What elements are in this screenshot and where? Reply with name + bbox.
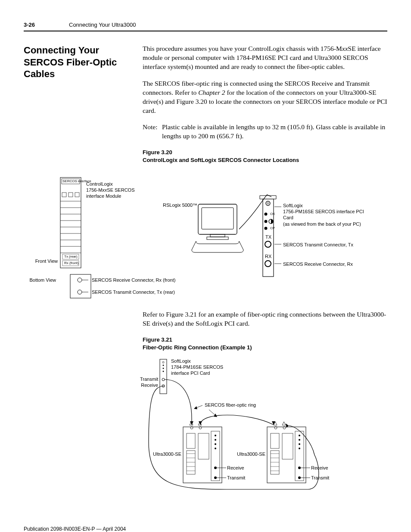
front-view-label: Front View bbox=[32, 258, 58, 264]
controllogix-label: ControlLogix 1756-MxxSE SERCOS interface… bbox=[86, 181, 134, 199]
svg-point-42 bbox=[162, 378, 165, 381]
svg-rect-23 bbox=[210, 234, 225, 237]
ok-label: OK bbox=[270, 212, 275, 216]
svg-rect-57 bbox=[211, 431, 220, 481]
p1b: xx bbox=[342, 45, 348, 52]
sl321-b: 1784-PM16SE SERCOS bbox=[171, 364, 223, 370]
sl-c: (as viewed from the back of your PC) bbox=[283, 221, 361, 227]
sl-b: 1756-PM16SE SERCOS interface PCI Card bbox=[283, 209, 364, 220]
svg-point-26 bbox=[266, 201, 270, 205]
svg-point-31 bbox=[265, 227, 268, 230]
svg-rect-76 bbox=[282, 433, 293, 459]
svg-point-58 bbox=[215, 435, 216, 436]
svg-marker-51 bbox=[214, 414, 217, 417]
chapter-title: Connecting Your Ultra3000 bbox=[69, 22, 136, 28]
tx-rear: Tx (rear) bbox=[64, 255, 78, 258]
svg-point-41 bbox=[163, 370, 164, 372]
svg-point-80 bbox=[299, 443, 300, 445]
sl321-a: SoftLogix bbox=[171, 358, 191, 364]
p2b: Chapter 2 bbox=[198, 89, 225, 96]
fig320-num: Figure 3.20 bbox=[143, 149, 172, 156]
figure-321-title: Figure 3.21 Fiber-Optic Ring Connection … bbox=[143, 336, 387, 352]
svg-rect-4 bbox=[75, 193, 79, 197]
page-number: 3-26 bbox=[24, 22, 69, 28]
svg-marker-49 bbox=[194, 406, 197, 409]
svg-point-69 bbox=[214, 476, 217, 479]
svg-point-18 bbox=[78, 290, 82, 294]
svg-rect-3 bbox=[68, 193, 73, 197]
cl-b: 1756-M bbox=[86, 187, 102, 193]
svg-point-81 bbox=[299, 448, 300, 449]
note-text: Plastic cable is available in lengths up… bbox=[162, 123, 387, 141]
paragraph-3: Refer to Figure 3.21 for an example of f… bbox=[143, 310, 387, 328]
cl-a: ControlLogix bbox=[86, 181, 113, 187]
ultra-label-1: Ultra3000-SE bbox=[153, 451, 181, 457]
svg-point-38 bbox=[162, 361, 164, 363]
p1a: This procedure assumes you have your Con… bbox=[143, 45, 342, 52]
transmit-top: Transmit bbox=[140, 376, 158, 382]
receive-2: Receive bbox=[311, 465, 328, 470]
header-rule bbox=[24, 31, 387, 31]
svg-rect-55 bbox=[187, 433, 195, 448]
note-label: Note: bbox=[143, 123, 162, 141]
tx-rear-conn: SERCOS Transmit Connector, Tx (rear) bbox=[92, 289, 175, 295]
receive-1: Receive bbox=[227, 465, 244, 470]
figure-321-svg bbox=[140, 356, 381, 502]
cl-bx: xx bbox=[102, 187, 107, 193]
rx-front-conn: SERCOS Receive Connector, Rx (front) bbox=[92, 277, 175, 283]
sl-a: SoftLogix bbox=[283, 203, 303, 208]
sercos-tx-conn: SERCOS Transmit Connector, Tx bbox=[283, 242, 353, 247]
svg-rect-24 bbox=[207, 237, 228, 240]
svg-point-40 bbox=[163, 367, 164, 369]
paragraph-2: The SERCOS fiber-optic ring is connected… bbox=[143, 79, 387, 115]
svg-point-59 bbox=[215, 439, 216, 441]
rslogix-label: RSLogix 5000™ bbox=[163, 202, 197, 208]
footer-publication: Publication 2098-IN003E-EN-P — April 200… bbox=[24, 526, 387, 532]
svg-point-60 bbox=[215, 443, 216, 445]
svg-point-39 bbox=[163, 364, 164, 366]
svg-point-27 bbox=[267, 202, 269, 204]
sercos-rx-conn: SERCOS Receive Connector, Rx bbox=[283, 261, 353, 267]
softlogix-label: SoftLogix 1756-PM16SE SERCOS interface P… bbox=[283, 202, 368, 227]
section-heading: Connecting Your SERCOS Fiber-Optic Cable… bbox=[24, 44, 131, 80]
cp-label: CP bbox=[270, 226, 275, 230]
svg-point-88 bbox=[298, 467, 301, 469]
receive-top: Receive bbox=[140, 383, 158, 388]
paragraph-1: This procedure assumes you have your Con… bbox=[143, 44, 387, 72]
svg-point-78 bbox=[299, 435, 300, 436]
svg-rect-21 bbox=[198, 204, 237, 234]
sl321-c: interface PCI Card bbox=[171, 370, 210, 376]
note: Note: Plastic cable is available in leng… bbox=[143, 123, 387, 141]
svg-point-61 bbox=[215, 448, 216, 449]
svg-point-68 bbox=[214, 467, 217, 469]
svg-rect-75 bbox=[271, 433, 279, 448]
ultra-label-2: Ultra3000-SE bbox=[237, 451, 265, 457]
fig321-num: Figure 3.21 bbox=[143, 336, 172, 343]
figure-320: SERCOS interface ControlLogix 1756-MxxSE… bbox=[24, 173, 368, 302]
figure-320-title: Figure 3.20 ControlLogix and SoftLogix S… bbox=[143, 149, 387, 164]
svg-rect-22 bbox=[202, 208, 234, 229]
rx-label: RX bbox=[265, 254, 271, 259]
softlogix-321-label: SoftLogix 1784-PM16SE SERCOS interface P… bbox=[171, 358, 223, 376]
transmit-2: Transmit bbox=[311, 475, 329, 480]
svg-rect-56 bbox=[198, 433, 209, 459]
svg-rect-2 bbox=[62, 193, 66, 197]
svg-point-32 bbox=[265, 241, 271, 247]
fig321-caption: Fiber-Optic Ring Connection (Example 1) bbox=[143, 344, 252, 351]
ring-label: SERCOS fiber-optic ring bbox=[205, 402, 256, 408]
svg-point-79 bbox=[299, 439, 300, 441]
tx-label: TX bbox=[265, 234, 271, 240]
svg-point-17 bbox=[78, 278, 82, 282]
bottom-view-label: Bottom View bbox=[26, 277, 56, 283]
cl-c: SE SERCOS bbox=[107, 187, 134, 193]
rx-front: Rx (front) bbox=[64, 261, 78, 265]
svg-point-29 bbox=[265, 220, 268, 223]
cl-d: interface Module bbox=[86, 193, 121, 199]
svg-rect-37 bbox=[160, 359, 167, 394]
svg-point-33 bbox=[265, 261, 271, 267]
svg-rect-77 bbox=[295, 431, 304, 481]
figure-320-svg bbox=[24, 173, 368, 302]
figure-321: SoftLogix 1784-PM16SE SERCOS interface P… bbox=[140, 356, 381, 502]
svg-point-89 bbox=[298, 476, 301, 479]
transmit-1: Transmit bbox=[227, 475, 245, 480]
